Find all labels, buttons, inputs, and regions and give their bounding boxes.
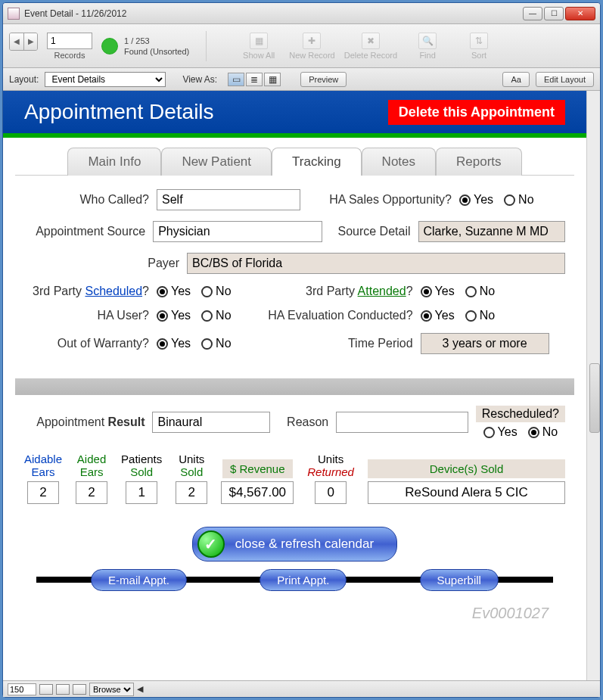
delete-record-button[interactable]: ✖ Delete Record <box>344 33 397 60</box>
warranty-label: Out of Warranty? <box>24 337 149 350</box>
source-detail-field[interactable]: Clarke, Suzanne M MD <box>418 221 566 242</box>
payer-label: Payer <box>24 257 179 270</box>
view-form-button[interactable]: ▭ <box>228 73 244 86</box>
records-label: Records <box>54 51 85 60</box>
ha-user-label: HA User? <box>24 309 149 322</box>
ha-user-yes[interactable]: Yes <box>157 309 191 322</box>
show-all-icon: ▦ <box>250 33 268 49</box>
pie-status-icon <box>101 38 118 54</box>
devices-sold-label: Device(s) Sold <box>368 459 565 478</box>
devices-sold-value: ReSound Alera 5 CIC <box>368 481 565 504</box>
ha-sales-yes[interactable]: Yes <box>459 193 493 207</box>
zoom-input[interactable] <box>8 683 36 695</box>
vertical-scrollbar[interactable] <box>586 91 600 680</box>
view-table-button[interactable]: ▦ <box>264 73 281 86</box>
time-period-field[interactable]: 3 years or more <box>421 333 549 354</box>
aidable-ears-label: AidableEars <box>24 453 62 478</box>
warranty-no[interactable]: No <box>201 337 231 350</box>
new-record-button[interactable]: ✚ New Record <box>289 33 335 60</box>
appt-source-field[interactable]: Physician <box>153 221 322 242</box>
view-as-label: View As: <box>182 74 217 85</box>
find-icon: 🔍 <box>418 33 437 49</box>
result-panel: Appointment Result Binaural Reason Resch… <box>15 395 574 634</box>
print-appt-button[interactable]: Print Appt. <box>260 569 347 591</box>
sort-button[interactable]: ⇅ Sort <box>458 33 500 60</box>
rescheduled-yes[interactable]: Yes <box>483 425 518 439</box>
ha-eval-no[interactable]: No <box>465 309 495 322</box>
email-appt-button[interactable]: E-mail Appt. <box>91 569 187 591</box>
ha-sales-radio-group: Yes No <box>459 193 534 207</box>
rescheduled-radio: Yes No <box>476 425 565 439</box>
tracking-panel: Who Called? Self HA Sales Opportunity? Y… <box>15 175 574 372</box>
find-button[interactable]: 🔍 Find <box>406 33 449 60</box>
ha-sales-no[interactable]: No <box>504 193 533 207</box>
ha-user-radio: Yes No <box>157 309 232 322</box>
warranty-yes[interactable]: Yes <box>157 337 191 350</box>
ha-user-no[interactable]: No <box>201 309 231 322</box>
page-header: Appointment Details Delete this Appointm… <box>3 91 586 133</box>
revenue-label: $ Revenue <box>222 459 293 478</box>
rescheduled-no[interactable]: No <box>528 425 558 439</box>
source-detail-label: Source Detail <box>330 225 411 238</box>
status-icon-3[interactable] <box>73 684 86 695</box>
ha-sales-label: HA Sales Opportunity? <box>308 193 452 207</box>
hscroll-arrow-left[interactable]: ◀ <box>137 684 143 694</box>
show-all-button[interactable]: ▦ Show All <box>238 33 280 60</box>
maximize-button[interactable]: ☐ <box>544 7 564 20</box>
status-bar: Browse ◀ <box>3 680 600 697</box>
scheduled-link[interactable]: Scheduled <box>85 285 142 297</box>
page-title: Appointment Details <box>24 100 214 124</box>
sort-icon: ⇅ <box>470 33 488 49</box>
format-button[interactable]: Aa <box>502 72 529 87</box>
rescheduled-label: Rescheduled? <box>476 406 565 422</box>
scheduled-yes[interactable]: Yes <box>157 285 191 298</box>
patients-sold-label: PatientsSold <box>121 453 162 478</box>
scheduled-no[interactable]: No <box>201 285 231 298</box>
attended-no[interactable]: No <box>465 285 495 298</box>
third-party-attended-radio: Yes No <box>421 285 496 298</box>
minimize-button[interactable]: — <box>523 7 542 20</box>
layout-label: Layout: <box>9 74 39 85</box>
units-returned-label: UnitsReturned <box>307 453 354 478</box>
close-window-button[interactable]: ✕ <box>565 7 595 20</box>
stats-row: AidableEars 2 AidedEars 2 PatientsSold 1… <box>24 453 565 504</box>
tab-main-info[interactable]: Main Info <box>67 148 161 176</box>
prev-record-button[interactable]: ◀ <box>10 33 23 50</box>
attended-link[interactable]: Attended <box>358 285 406 297</box>
record-toolbar: ◀ ▶ Records 1 / 253 Found (Unsorted) ▦ S… <box>3 24 600 68</box>
who-called-field[interactable]: Self <box>157 189 300 210</box>
third-party-scheduled-label: 3rd Party Scheduled? <box>24 285 149 298</box>
units-returned-value: 0 <box>315 481 347 504</box>
status-icon-2[interactable] <box>56 684 70 695</box>
third-party-scheduled-radio: Yes No <box>157 285 232 298</box>
record-number-input[interactable] <box>47 33 92 49</box>
attended-yes[interactable]: Yes <box>421 285 455 298</box>
edit-layout-button[interactable]: Edit Layout <box>536 72 594 87</box>
third-party-attended-label: 3rd Party Attended? <box>239 285 413 298</box>
tab-new-patient[interactable]: New Patient <box>161 148 272 176</box>
preview-button[interactable]: Preview <box>300 72 347 87</box>
superbill-button[interactable]: Superbill <box>420 569 499 591</box>
payer-field[interactable]: BC/BS of Florida <box>187 253 565 274</box>
tab-bar: Main Info New Patient Tracking Notes Rep… <box>3 147 586 175</box>
layout-select[interactable]: Event Details <box>45 72 166 87</box>
reason-field[interactable] <box>336 412 468 433</box>
close-refresh-button[interactable]: ✓ close & refresh calendar <box>192 527 397 562</box>
view-list-button[interactable]: ≣ <box>246 73 263 86</box>
next-record-button[interactable]: ▶ <box>23 33 37 50</box>
section-divider <box>15 378 574 395</box>
titlebar: Event Detail - 11/26/2012 — ☐ ✕ <box>3 3 600 24</box>
delete-appointment-button[interactable]: Delete this Appointment <box>388 100 565 125</box>
appt-result-field[interactable]: Binaural <box>152 412 269 433</box>
who-called-label: Who Called? <box>24 193 149 207</box>
ha-eval-yes[interactable]: Yes <box>421 309 455 322</box>
tab-tracking[interactable]: Tracking <box>272 148 362 176</box>
ha-eval-radio: Yes No <box>421 309 496 322</box>
tab-reports[interactable]: Reports <box>436 148 522 176</box>
tab-notes[interactable]: Notes <box>362 148 436 176</box>
ha-eval-label: HA Evaluation Conducted? <box>239 309 413 322</box>
aidable-ears-value: 2 <box>27 481 59 504</box>
window-title: Event Detail - 11/26/2012 <box>24 8 523 19</box>
mode-select[interactable]: Browse <box>89 683 134 696</box>
status-icon-1[interactable] <box>39 684 53 695</box>
